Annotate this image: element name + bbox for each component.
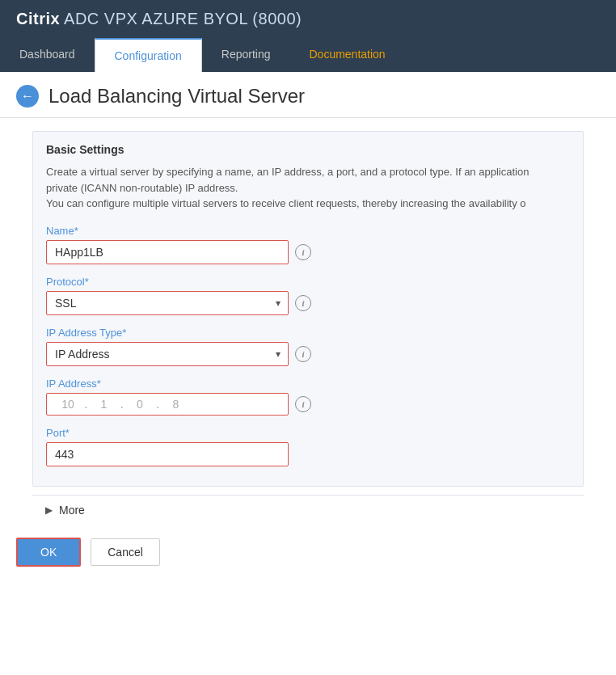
ip-type-select-wrapper: IP Address Non Addressable Wildcard ▾ [46,342,289,366]
ip-type-info-icon[interactable]: i [295,346,311,362]
nav-bar: Dashboard Configuration Reporting Docume… [0,38,616,72]
ip-address-info-icon[interactable]: i [295,396,311,412]
name-input[interactable] [46,240,289,264]
port-input[interactable] [46,442,289,466]
name-field-row: i [46,240,570,264]
protocol-field-group: Protocol* SSL HTTP HTTPS TCP UDP ▾ [46,276,570,315]
protocol-field-row: SSL HTTP HTTPS TCP UDP ▾ i [46,291,570,315]
port-field-row [46,442,570,466]
action-row: OK Cancel [0,525,616,580]
page-title-row: ← Load Balancing Virtual Server [0,72,616,118]
ip-type-select[interactable]: IP Address Non Addressable Wildcard [46,342,289,366]
ip-dot-3: . [154,397,161,411]
tab-documentation[interactable]: Documentation [289,38,404,72]
more-arrow-icon: ▶ [45,504,53,516]
back-button[interactable]: ← [16,85,39,108]
app-header: Citrix ADC VPX AZURE BYOL (8000) [0,0,616,38]
more-section[interactable]: ▶ More [32,495,584,525]
port-field-group: Port* [46,427,570,466]
page-content: ← Load Balancing Virtual Server Basic Se… [0,72,616,596]
ip-segment-1[interactable] [53,398,82,411]
brand-citrix: Citrix [16,10,60,27]
ip-segment-3[interactable] [125,398,154,411]
ip-address-field-row: . . . i [46,393,570,416]
name-label: Name* [46,225,570,237]
ip-address-field-group: IP Address* . . . i [46,378,570,416]
protocol-info-icon[interactable]: i [295,295,311,311]
tab-dashboard[interactable]: Dashboard [0,38,95,72]
cancel-button[interactable]: Cancel [91,538,160,566]
ip-type-label: IP Address Type* [46,327,570,339]
ip-address-wrapper: . . . [46,393,289,416]
name-field-group: Name* i [46,225,570,264]
ip-type-field-row: IP Address Non Addressable Wildcard ▾ i [46,342,570,366]
ip-address-label: IP Address* [46,378,570,390]
ok-button[interactable]: OK [16,538,81,567]
ip-dot-1: . [82,397,89,411]
brand-product: ADC VPX AZURE BYOL (8000) [60,10,302,27]
more-label: More [59,504,85,517]
brand-logo: Citrix ADC VPX AZURE BYOL (8000) [16,10,302,28]
protocol-select[interactable]: SSL HTTP HTTPS TCP UDP [46,291,289,315]
ip-type-field-group: IP Address Type* IP Address Non Addressa… [46,327,570,366]
port-label: Port* [46,427,570,439]
tab-reporting[interactable]: Reporting [202,38,290,72]
ip-segment-4[interactable] [161,398,190,411]
name-info-icon[interactable]: i [295,244,311,260]
ip-dot-2: . [118,397,124,411]
section-title: Basic Settings [46,143,570,156]
protocol-label: Protocol* [46,276,570,288]
basic-settings-section: Basic Settings Create a virtual server b… [32,131,584,487]
ip-segment-2[interactable] [89,398,118,411]
page-title: Load Balancing Virtual Server [49,85,305,108]
section-description: Create a virtual server by specifying a … [46,164,570,212]
tab-configuration[interactable]: Configuration [95,38,202,72]
protocol-select-wrapper: SSL HTTP HTTPS TCP UDP ▾ [46,291,289,315]
